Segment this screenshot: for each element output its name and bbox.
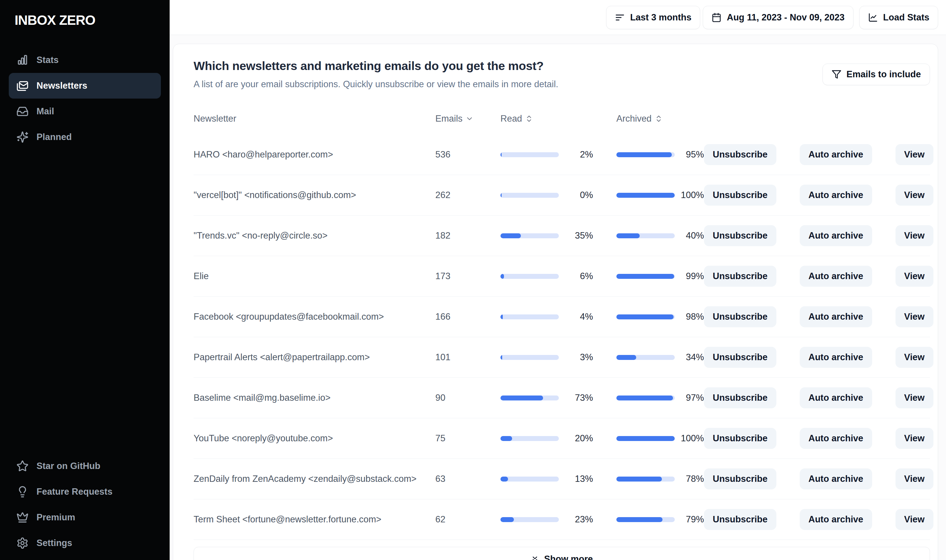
view-button[interactable]: View (895, 509, 934, 530)
read-cell: 0% (500, 190, 593, 200)
sidebar-item-star-on-github[interactable]: Star on GitHub (9, 453, 161, 479)
emails-count: 173 (435, 271, 500, 282)
show-more-label: Show more (544, 554, 593, 560)
archived-percent: 79% (686, 514, 704, 525)
read-percent: 13% (575, 474, 593, 484)
sidebar-item-premium[interactable]: Premium (9, 505, 161, 530)
auto-archive-button[interactable]: Auto archive (800, 225, 872, 246)
sidebar-item-label: Premium (37, 512, 75, 523)
unsubscribe-button[interactable]: Unsubscribe (704, 387, 776, 408)
page-title: Which newsletters and marketing emails d… (194, 59, 558, 73)
archived-cell: 34% (616, 352, 704, 363)
show-more-button[interactable]: Show more (194, 547, 930, 560)
gear-icon (16, 537, 29, 549)
view-button[interactable]: View (895, 225, 934, 246)
sidebar-item-stats[interactable]: Stats (9, 47, 161, 73)
archived-cell: 79% (616, 514, 704, 525)
sidebar-item-mail[interactable]: Mail (9, 98, 161, 124)
button-label: Load Stats (883, 12, 929, 23)
row-actions: UnsubscribeAuto archiveView (704, 306, 934, 327)
auto-archive-button[interactable]: Auto archive (800, 266, 872, 287)
archived-percent: 78% (686, 474, 704, 484)
read-progressbar (500, 314, 559, 319)
read-cell: 2% (500, 149, 593, 160)
load-stats-button[interactable]: Load Stats (859, 6, 938, 29)
archived-progressbar (616, 436, 675, 441)
read-percent: 73% (575, 392, 593, 403)
read-progressbar (500, 517, 559, 522)
table-row: ZenDaily from ZenAcademy <zendaily@subst… (194, 459, 930, 499)
unsubscribe-button[interactable]: Unsubscribe (704, 266, 776, 287)
read-progressbar (500, 355, 559, 360)
archived-cell: 78% (616, 474, 704, 484)
row-actions: UnsubscribeAuto archiveView (704, 266, 934, 287)
button-label: Last 3 months (630, 12, 691, 23)
read-cell: 4% (500, 311, 593, 322)
unsubscribe-button[interactable]: Unsubscribe (704, 144, 776, 165)
archived-cell: 98% (616, 311, 704, 322)
unsubscribe-button[interactable]: Unsubscribe (704, 428, 776, 449)
unsubscribe-button[interactable]: Unsubscribe (704, 509, 776, 530)
emails-to-include-button[interactable]: Emails to include (823, 63, 930, 85)
view-button[interactable]: View (895, 144, 934, 165)
chevrons-down-icon (531, 555, 539, 560)
auto-archive-button[interactable]: Auto archive (800, 347, 872, 368)
row-actions: UnsubscribeAuto archiveView (704, 144, 934, 165)
sidebar-item-label: Star on GitHub (37, 461, 100, 471)
auto-archive-button[interactable]: Auto archive (800, 306, 872, 327)
crown-icon (16, 511, 29, 523)
archived-percent: 99% (686, 271, 704, 282)
table-body: HARO <haro@helpareporter.com>5362%95%Uns… (194, 134, 930, 540)
unsubscribe-button[interactable]: Unsubscribe (704, 225, 776, 246)
unsubscribe-button[interactable]: Unsubscribe (704, 306, 776, 327)
sparkles-icon (16, 131, 29, 143)
read-cell: 73% (500, 392, 593, 403)
auto-archive-button[interactable]: Auto archive (800, 185, 872, 206)
chevron-down-icon (465, 115, 474, 123)
column-header-read[interactable]: Read (500, 114, 593, 124)
auto-archive-button[interactable]: Auto archive (800, 428, 872, 449)
view-button[interactable]: View (895, 347, 934, 368)
column-header-emails[interactable]: Emails (435, 114, 500, 124)
chevrons-up-down-icon (525, 115, 533, 123)
content-area: Which newsletters and marketing emails d… (170, 35, 946, 560)
row-actions: UnsubscribeAuto archiveView (704, 468, 934, 489)
unsubscribe-button[interactable]: Unsubscribe (704, 468, 776, 489)
column-header-newsletter[interactable]: Newsletter (194, 114, 435, 124)
sidebar-item-settings[interactable]: Settings (9, 530, 161, 556)
read-cell: 6% (500, 271, 593, 282)
read-cell: 20% (500, 433, 593, 444)
auto-archive-button[interactable]: Auto archive (800, 387, 872, 408)
unsubscribe-button[interactable]: Unsubscribe (704, 185, 776, 206)
read-percent: 6% (580, 271, 593, 282)
view-button[interactable]: View (895, 266, 934, 287)
view-button[interactable]: View (895, 185, 934, 206)
view-button[interactable]: View (895, 428, 934, 449)
sidebar-spacer (0, 150, 170, 453)
auto-archive-button[interactable]: Auto archive (800, 468, 872, 489)
archived-progressbar (616, 355, 675, 360)
newsletter-name: ZenDaily from ZenAcademy <zendaily@subst… (194, 474, 435, 484)
archived-percent: 40% (686, 231, 704, 241)
archived-progressbar (616, 233, 675, 238)
archived-cell: 97% (616, 392, 704, 403)
unsubscribe-button[interactable]: Unsubscribe (704, 347, 776, 368)
app-root: INBOX ZERO StatsNewslettersMailPlanned S… (0, 0, 946, 560)
column-header-archived[interactable]: Archived (616, 114, 704, 124)
archived-cell: 99% (616, 271, 704, 282)
sidebar-item-planned[interactable]: Planned (9, 124, 161, 150)
date-range-button[interactable]: Aug 11, 2023 - Nov 09, 2023 (703, 6, 853, 29)
newsletter-name: Papertrail Alerts <alert@papertrailapp.c… (194, 352, 435, 363)
button-label: Aug 11, 2023 - Nov 09, 2023 (727, 12, 844, 23)
range-preset-button[interactable]: Last 3 months (606, 6, 700, 29)
app-logo[interactable]: INBOX ZERO (15, 12, 170, 28)
view-button[interactable]: View (895, 306, 934, 327)
sidebar-item-feature-requests[interactable]: Feature Requests (9, 479, 161, 505)
auto-archive-button[interactable]: Auto archive (800, 509, 872, 530)
newsletter-name: Elie (194, 271, 435, 282)
auto-archive-button[interactable]: Auto archive (800, 144, 872, 165)
view-button[interactable]: View (895, 387, 934, 408)
read-progressbar (500, 395, 559, 400)
view-button[interactable]: View (895, 468, 934, 489)
sidebar-item-newsletters[interactable]: Newsletters (9, 73, 161, 98)
